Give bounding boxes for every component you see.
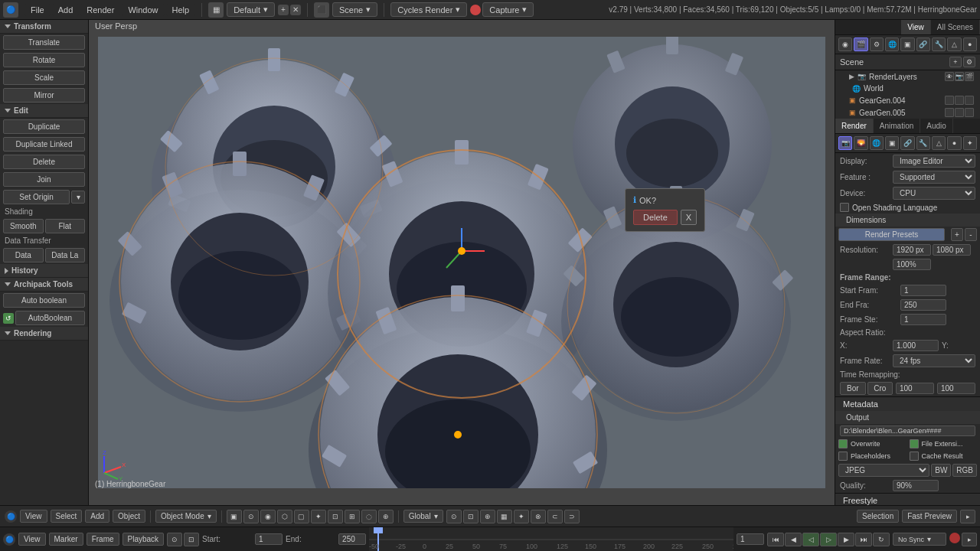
btn-data-la[interactable]: Data La	[45, 248, 86, 262]
rp-data-icon[interactable]: △	[932, 136, 946, 150]
btn-bor[interactable]: Bor	[840, 382, 866, 395]
btn-auto-boolean[interactable]: Auto boolean	[3, 293, 85, 308]
tree-item-eye[interactable]: 👁	[945, 72, 954, 81]
presets-add[interactable]: +	[951, 228, 963, 241]
record-dot[interactable]	[949, 533, 960, 543]
btn-select[interactable]: Select	[51, 510, 83, 523]
dialog-delete-btn[interactable]: Delete	[633, 210, 678, 225]
btn-translate[interactable]: Translate	[3, 35, 85, 50]
icon-data[interactable]: △	[947, 37, 961, 51]
tl-frame-input[interactable]	[737, 533, 764, 545]
set-origin-dropdown[interactable]: ▾	[71, 191, 85, 204]
pb-next-frame[interactable]: ▶	[838, 533, 854, 546]
pivot-icon4[interactable]: ▦	[497, 510, 512, 523]
icon-modifier[interactable]: 🔧	[932, 37, 946, 51]
btn-join[interactable]: Join	[3, 172, 85, 187]
icon-material[interactable]: ●	[963, 37, 977, 51]
pivot-icon1[interactable]: ⊙	[446, 510, 462, 523]
viewport[interactable]: User Persp	[89, 20, 835, 505]
transform-header[interactable]: Transform	[0, 20, 88, 34]
btn-duplicate-linked[interactable]: Duplicate Linked	[3, 137, 85, 152]
menu-window[interactable]: Window	[122, 4, 164, 16]
global-dropdown[interactable]: Global ▾	[403, 510, 443, 523]
vp-icon7[interactable]: ⊡	[328, 510, 343, 523]
pivot-icon8[interactable]: ⊃	[564, 510, 580, 523]
icon-world[interactable]: 🌐	[885, 37, 899, 51]
end-frame-input[interactable]	[900, 299, 946, 311]
placeholders-check[interactable]	[838, 452, 848, 461]
pivot-icon3[interactable]: ⊕	[480, 510, 495, 523]
tree-render-layers[interactable]: ▶ 📷 RenderLayers 👁 📷 🎬	[835, 70, 980, 83]
icon-settings[interactable]: ⚙	[870, 37, 884, 51]
resolution-x-input[interactable]	[893, 244, 931, 256]
scene-settings-icon[interactable]: ⚙	[963, 57, 975, 67]
dialog-close-btn[interactable]: X	[681, 210, 697, 225]
rp-material-icon[interactable]: ●	[947, 136, 961, 150]
tree-gear5-cam[interactable]	[955, 108, 964, 117]
overwrite-check[interactable]	[838, 439, 848, 448]
rp-world-icon[interactable]: 🌐	[870, 136, 884, 150]
tab-animation[interactable]: Animation	[874, 119, 920, 133]
icon-plus[interactable]: +	[278, 5, 289, 15]
tl-marker-btn[interactable]: Marker	[49, 533, 83, 546]
rp-modifier-icon[interactable]: 🔧	[916, 136, 930, 150]
btn-set-origin[interactable]: Set Origin	[3, 190, 70, 204]
menu-render[interactable]: Render	[80, 4, 120, 16]
pivot-icon7[interactable]: ⊂	[547, 510, 563, 523]
icon-x[interactable]: ✕	[290, 5, 301, 15]
menu-file[interactable]: File	[24, 4, 51, 16]
time-remap-old[interactable]	[896, 383, 934, 394]
scene-add-icon[interactable]: +	[949, 57, 962, 67]
resolution-pct-input[interactable]	[893, 259, 931, 270]
tab-render[interactable]: Render	[835, 119, 874, 133]
vp-icon3[interactable]: ◉	[260, 510, 276, 523]
rp-object-icon[interactable]: ▣	[885, 136, 899, 150]
tree-gear5-eye[interactable]	[945, 108, 954, 117]
dimensions-header[interactable]: Dimensions	[835, 214, 980, 227]
rp-scene-icon[interactable]: 🌄	[854, 136, 867, 150]
tree-gear4-cam[interactable]	[955, 96, 964, 105]
edit-header[interactable]: Edit	[0, 104, 88, 118]
tl-view-btn[interactable]: View	[18, 533, 46, 546]
btn-rotate[interactable]: Rotate	[3, 53, 85, 67]
tl-icon2[interactable]: ⊡	[184, 533, 199, 546]
tree-geargen004[interactable]: ▣ GearGen.004	[835, 94, 980, 106]
menu-help[interactable]: Help	[166, 4, 196, 16]
tree-geargen005[interactable]: ▣ GearGen.005	[835, 106, 980, 119]
metadata-section[interactable]: Metadata	[835, 396, 980, 411]
icon-constraint[interactable]: 🔗	[916, 37, 930, 51]
tree-gear5-render[interactable]	[965, 108, 974, 117]
vp-icon9[interactable]: ◌	[361, 510, 377, 523]
aspect-x-input[interactable]	[893, 340, 939, 351]
file-format-dropdown[interactable]: JPEG	[838, 464, 929, 477]
vp-icon2[interactable]: ⊙	[243, 510, 259, 523]
start-frame-input[interactable]	[900, 285, 946, 296]
rp-particles-icon[interactable]: ✦	[963, 136, 977, 150]
vp-icon5[interactable]: ▢	[294, 510, 309, 523]
btn-data[interactable]: Data	[3, 248, 44, 262]
more-icon[interactable]: ▸	[960, 510, 975, 523]
btn-duplicate[interactable]: Duplicate	[3, 119, 85, 134]
frame-rate-dropdown[interactable]: 24 fps	[893, 354, 975, 367]
vp-icon8[interactable]: ⊞	[345, 510, 360, 523]
btn-add[interactable]: Add	[85, 510, 109, 523]
quality-input[interactable]	[893, 480, 939, 491]
pivot-icon2[interactable]: ⊡	[463, 510, 479, 523]
btn-selection[interactable]: Selection	[857, 510, 899, 523]
layout-dropdown[interactable]: Default ▾	[227, 2, 275, 17]
vp-icon10[interactable]: ⊕	[378, 510, 394, 523]
tl-playback-btn[interactable]: Playback	[122, 533, 165, 546]
tree-world[interactable]: 🌐 World	[835, 83, 980, 94]
icon-object[interactable]: ▣	[900, 37, 914, 51]
file-ext-check[interactable]	[910, 439, 919, 448]
btn-smooth[interactable]: Smooth	[3, 219, 44, 233]
freestyle-section[interactable]: Freestyle	[835, 493, 980, 505]
record-btn[interactable]	[470, 5, 481, 15]
tree-gear4-eye[interactable]	[945, 96, 954, 105]
open-shading-check[interactable]	[840, 203, 849, 212]
pb-play[interactable]: ▷	[820, 533, 837, 546]
btn-autoboolean[interactable]: AutoBoolean	[15, 311, 85, 325]
pivot-icon5[interactable]: ✦	[514, 510, 529, 523]
scene-dropdown[interactable]: Scene ▾	[332, 2, 377, 17]
history-header[interactable]: History	[0, 264, 88, 278]
